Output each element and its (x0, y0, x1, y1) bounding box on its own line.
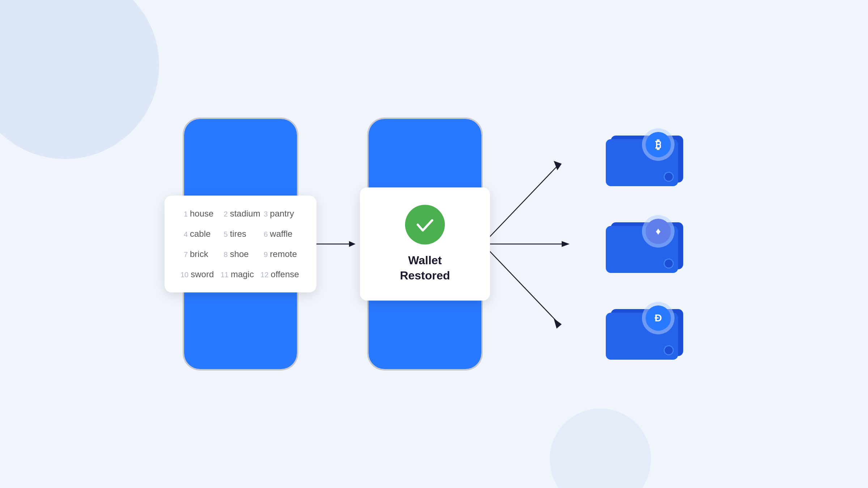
seed-num-5: 5 (221, 230, 228, 239)
seed-num-6: 6 (260, 230, 268, 239)
wallet-restored-title: Wallet Restored (400, 253, 450, 283)
seed-item-2: 2 stadium (221, 209, 261, 219)
dogecoin-symbol: Ð (655, 312, 662, 324)
seed-num-12: 12 (260, 271, 268, 279)
phone2-container: Wallet Restored (367, 117, 483, 371)
seed-word-5: tires (230, 229, 246, 239)
seed-num-7: 7 (180, 251, 188, 259)
ethereum-coin: ♦ (642, 215, 675, 248)
ethereum-wallet-clasp (664, 258, 674, 269)
seed-word-11: magic (231, 269, 254, 279)
phone1-container: 1 house 2 stadium 3 pantry 4 cable 5 (183, 117, 298, 371)
seed-item-5: 5 tires (221, 229, 261, 239)
dogecoin-wallet-card: Ð (606, 302, 685, 360)
bitcoin-symbol: ₿ (655, 138, 661, 151)
seed-grid: 1 house 2 stadium 3 pantry 4 cable 5 (180, 209, 301, 279)
svg-marker-7 (554, 318, 562, 329)
svg-marker-5 (562, 241, 570, 247)
seed-num-4: 4 (180, 230, 188, 239)
svg-line-2 (483, 164, 559, 244)
phone2-top (369, 119, 481, 191)
seed-item-12: 12 offense (260, 269, 301, 279)
main-layout: 1 house 2 stadium 3 pantry 4 cable 5 (0, 0, 868, 488)
dogecoin-coin: Ð (642, 302, 675, 334)
seed-phrase-card: 1 house 2 stadium 3 pantry 4 cable 5 (165, 196, 316, 292)
seed-word-9: remote (270, 249, 297, 259)
bitcoin-coin: ₿ (642, 128, 675, 161)
seed-num-8: 8 (221, 251, 228, 259)
wallets-section: ₿ ♦ (577, 128, 685, 360)
seed-item-6: 6 waffle (260, 229, 301, 239)
seed-word-2: stadium (230, 209, 260, 219)
seed-num-3: 3 (260, 210, 268, 218)
svg-line-6 (483, 244, 559, 324)
seed-word-3: pantry (270, 209, 294, 219)
arrows-to-wallets-container (483, 117, 577, 371)
seed-word-6: waffle (270, 229, 292, 239)
svg-marker-1 (349, 241, 356, 247)
phone1-top (184, 119, 297, 191)
check-circle (405, 205, 445, 244)
wallet-restored-card: Wallet Restored (360, 187, 490, 300)
seed-word-1: house (190, 209, 213, 219)
seed-num-1: 1 (180, 210, 188, 218)
seed-item-10: 10 sword (180, 269, 221, 279)
bitcoin-wallet-card: ₿ (606, 128, 685, 186)
seed-word-8: shoe (230, 249, 249, 259)
seed-word-12: offense (271, 269, 299, 279)
seed-num-2: 2 (221, 210, 228, 218)
seed-item-11: 11 magic (221, 269, 261, 279)
seed-num-11: 11 (221, 271, 229, 279)
seed-num-10: 10 (180, 271, 188, 279)
bitcoin-wallet-clasp (664, 172, 674, 182)
ethereum-wallet-card: ♦ (606, 215, 685, 273)
seed-item-8: 8 shoe (221, 249, 261, 259)
seed-word-4: cable (190, 229, 210, 239)
seed-item-1: 1 house (180, 209, 221, 219)
seed-word-10: sword (191, 269, 214, 279)
seed-num-9: 9 (260, 251, 268, 259)
seed-item-4: 4 cable (180, 229, 221, 239)
dogecoin-wallet-clasp (664, 345, 674, 355)
seed-item-7: 7 brick (180, 249, 221, 259)
seed-word-7: brick (190, 249, 208, 259)
seed-item-3: 3 pantry (260, 209, 301, 219)
ethereum-symbol: ♦ (656, 226, 661, 237)
seed-item-9: 9 remote (260, 249, 301, 259)
